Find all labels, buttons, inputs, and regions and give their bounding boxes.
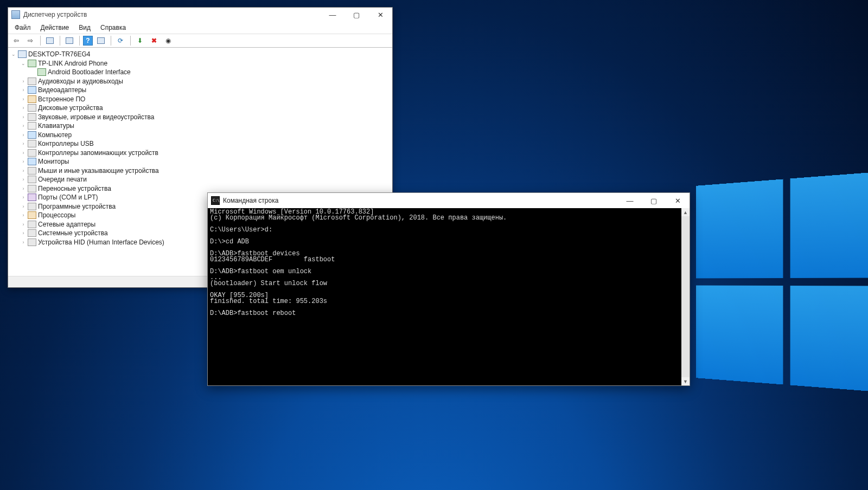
tree-category[interactable]: ›Компьютер — [8, 131, 392, 140]
tree-category[interactable]: ›Звуковые, игровые и видеоустройства — [8, 113, 392, 122]
device-label: Контроллеры USB — [38, 140, 94, 147]
expand-icon[interactable]: › — [20, 105, 27, 111]
device-icon — [28, 158, 36, 165]
expand-icon[interactable]: › — [20, 141, 27, 146]
windows-logo — [696, 171, 868, 393]
tree-category[interactable]: ›Аудиовходы и аудиовыходы — [8, 77, 392, 86]
minimize-button[interactable]: — — [321, 8, 344, 22]
device-label: Компьютер — [38, 131, 72, 139]
device-label: Клавиатуры — [38, 122, 74, 130]
menu-help[interactable]: Справка — [98, 23, 128, 33]
expand-icon[interactable]: › — [20, 159, 27, 164]
forward-button[interactable]: ⇨ — [24, 35, 36, 47]
device-label: Встроенное ПО — [38, 95, 85, 103]
device-label: Устройства HID (Human Interface Devices) — [38, 238, 164, 246]
device-icon — [18, 50, 27, 58]
cmd-titlebar[interactable]: Командная строка — ▢ ✕ — [208, 193, 690, 208]
expand-icon[interactable]: › — [20, 123, 27, 128]
menu-action[interactable]: Действие — [39, 23, 72, 33]
tree-category[interactable]: ›Дисковые устройства — [8, 104, 392, 113]
tree-category[interactable]: ›Встроенное ПО — [8, 95, 392, 104]
uninstall-button[interactable]: ⬇ — [134, 35, 146, 47]
devmgr-toolbar: ⇦ ⇨ ? ⟳ ⬇ ✖ ◉ — [8, 34, 392, 48]
close-button[interactable]: ✕ — [666, 193, 690, 208]
tree-root[interactable]: ⌄DESKTOP-TR76EG4 — [8, 50, 392, 59]
properties-button[interactable] — [63, 35, 75, 47]
tree-category-phone[interactable]: ⌄TP-LINK Android Phone — [8, 59, 392, 68]
devmgr-title: Диспетчер устройств — [23, 11, 321, 18]
device-label: Видеоадаптеры — [38, 86, 86, 94]
enable-button[interactable]: ◉ — [162, 35, 174, 47]
tree-category[interactable]: ›Очереди печати — [8, 175, 392, 184]
scroll-track[interactable] — [681, 216, 690, 377]
device-label: Мыши и иные указывающие устройства — [38, 167, 159, 175]
maximize-button[interactable]: ▢ — [642, 193, 666, 208]
maximize-button[interactable]: ▢ — [344, 8, 368, 22]
device-icon — [28, 149, 36, 157]
cmd-icon — [211, 196, 220, 205]
device-label: Порты (COM и LPT) — [38, 194, 98, 201]
close-button[interactable]: ✕ — [368, 8, 392, 22]
device-icon — [28, 78, 36, 85]
disable-button[interactable]: ✖ — [148, 35, 160, 47]
back-button[interactable]: ⇦ — [10, 35, 22, 47]
tree-category[interactable]: ›Клавиатуры — [8, 121, 392, 131]
minimize-button[interactable]: — — [618, 193, 642, 208]
expand-icon[interactable]: › — [20, 96, 27, 102]
tree-device-bootloader[interactable]: Android Bootloader Interface — [8, 68, 392, 77]
devmgr-icon — [11, 10, 20, 19]
device-icon — [28, 60, 36, 67]
tree-category[interactable]: ›Контроллеры запоминающих устройств — [8, 149, 392, 158]
expand-icon[interactable]: › — [20, 150, 27, 156]
expand-icon[interactable]: › — [20, 87, 27, 93]
device-icon — [28, 113, 36, 121]
expand-icon[interactable]: › — [20, 114, 27, 120]
device-icon — [28, 211, 36, 219]
device-label: Процессоры — [38, 211, 76, 219]
device-icon — [28, 194, 36, 201]
scan-hardware-button[interactable] — [95, 35, 107, 47]
cmd-output[interactable]: Microsoft Windows [Version 10.0.17763.83… — [208, 208, 681, 385]
device-icon — [28, 238, 36, 246]
menu-file[interactable]: Файл — [12, 23, 33, 33]
expand-icon[interactable]: › — [20, 204, 27, 209]
device-icon — [28, 185, 36, 192]
device-label: TP-LINK Android Phone — [38, 60, 107, 67]
devmgr-titlebar[interactable]: Диспетчер устройств — ▢ ✕ — [8, 8, 392, 22]
expand-icon[interactable]: › — [20, 132, 27, 138]
expand-icon[interactable]: › — [20, 177, 27, 182]
expand-icon[interactable]: › — [20, 79, 27, 84]
device-label: Системные устройства — [38, 229, 108, 237]
scroll-up-icon[interactable]: ▲ — [681, 208, 690, 216]
show-hidden-button[interactable] — [44, 35, 56, 47]
expand-icon[interactable]: › — [20, 186, 27, 191]
device-icon — [28, 176, 36, 183]
update-driver-button[interactable]: ⟳ — [114, 35, 126, 47]
tree-category[interactable]: ›Переносные устройства — [8, 184, 392, 194]
menu-view[interactable]: Вид — [76, 23, 93, 33]
device-icon — [28, 122, 36, 130]
expand-icon[interactable]: › — [20, 168, 27, 173]
device-label: Аудиовходы и аудиовыходы — [38, 78, 123, 85]
tree-category[interactable]: ›Контроллеры USB — [8, 139, 392, 149]
expand-icon[interactable]: › — [20, 195, 27, 200]
tree-category[interactable]: ›Мониторы — [8, 157, 392, 166]
tree-category[interactable]: ›Видеоадаптеры — [8, 86, 392, 95]
expand-icon[interactable]: › — [20, 240, 27, 245]
device-label: Звуковые, игровые и видеоустройства — [38, 113, 154, 121]
cmd-scrollbar[interactable]: ▲ ▼ — [681, 208, 690, 385]
tree-category[interactable]: ›Мыши и иные указывающие устройства — [8, 166, 392, 176]
help-button[interactable]: ? — [83, 36, 93, 46]
device-label: DESKTOP-TR76EG4 — [28, 50, 90, 58]
expand-icon[interactable]: ⌄ — [20, 61, 27, 66]
expand-icon[interactable]: › — [20, 230, 27, 236]
device-icon — [28, 131, 36, 139]
device-label: Дисковые устройства — [38, 104, 103, 112]
device-icon — [28, 95, 36, 103]
expand-icon[interactable]: › — [20, 212, 27, 218]
expand-icon[interactable]: › — [20, 222, 27, 227]
device-icon — [28, 229, 36, 237]
device-label: Сетевые адаптеры — [38, 221, 95, 228]
expand-icon[interactable]: ⌄ — [10, 51, 17, 57]
scroll-down-icon[interactable]: ▼ — [681, 377, 690, 385]
